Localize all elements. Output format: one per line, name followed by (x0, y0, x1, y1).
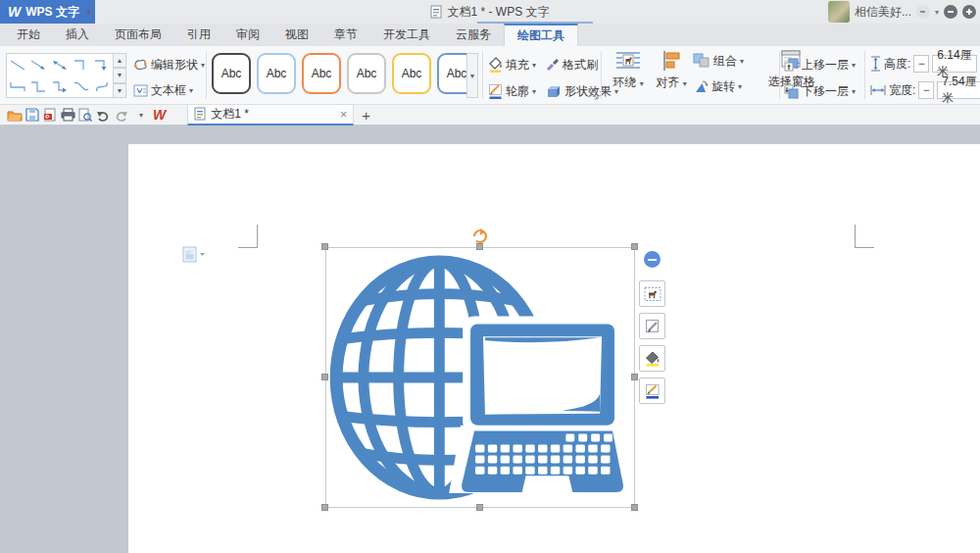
group-button[interactable]: 组合 ▾ (693, 50, 765, 72)
new-tab-button[interactable]: + (362, 107, 370, 124)
tab-references[interactable]: 引用 (174, 24, 223, 46)
chevron-down-icon[interactable]: ▾ (935, 8, 939, 17)
tab-view[interactable]: 视图 (272, 24, 321, 46)
style-preset-4[interactable]: Abc (347, 53, 386, 94)
tab-home[interactable]: 开始 (4, 24, 53, 46)
collapse-panel-button[interactable] (644, 251, 661, 268)
edit-shape-button[interactable]: 编辑形状 ▾ (133, 54, 205, 75)
titlebar-plus-icon[interactable] (962, 5, 976, 19)
send-backward-button[interactable]: 下移一层 ▾ (784, 80, 856, 102)
object-indicator-icon (182, 246, 206, 267)
resize-handle-w[interactable] (321, 374, 328, 380)
resize-handle-sw[interactable] (321, 504, 328, 511)
height-decrease-button[interactable]: − (913, 55, 929, 73)
undo-icon (96, 109, 111, 122)
tab-page-layout[interactable]: 页面布局 (102, 24, 174, 46)
shape-curve-icon[interactable] (71, 75, 92, 97)
undo-button[interactable] (94, 106, 112, 124)
fill-outline-group: 填充 ▾ 格式刷 轮廓 ▾ 形状效果 ▾ (488, 54, 618, 102)
align-icon (661, 50, 682, 72)
shape-line-icon[interactable] (7, 54, 28, 75)
title-bar: W WPS 文字 ▾ 文档1 * - WPS 文字 相信美好... ▾ (0, 0, 980, 24)
shape-zigzag-arrow-icon[interactable] (49, 75, 71, 97)
order-group: 上移一层 ▾ 下移一层 ▾ (784, 54, 856, 102)
height-icon (870, 56, 881, 72)
shape-elbow-connector-icon[interactable] (71, 54, 92, 75)
resize-handle-e[interactable] (631, 374, 638, 380)
layout-options-icon (644, 286, 662, 302)
export-pdf-button[interactable] (41, 106, 59, 124)
shape-pen-icon (645, 319, 661, 334)
toolbar-more-caret[interactable]: ▾ (139, 111, 143, 120)
format-painter-icon (546, 58, 560, 72)
globe-laptop-graphic (326, 248, 634, 507)
format-painter-button[interactable]: 格式刷 (546, 54, 598, 75)
shape-zigzag-icon[interactable] (28, 75, 50, 97)
ribbon-tab-bar: 开始 插入 页面布局 引用 审阅 视图 章节 开发工具 云服务 绘图工具 (0, 24, 980, 46)
wrap-button[interactable]: 环绕 ▾ (607, 50, 650, 91)
change-shape-button[interactable] (639, 313, 665, 339)
height-input[interactable]: 6.14厘米 (932, 55, 977, 73)
align-button[interactable]: 对齐 ▾ (650, 50, 693, 91)
shape-style-presets: Abc Abc Abc Abc Abc Abc (212, 53, 476, 94)
save-button[interactable] (24, 106, 41, 124)
resize-handle-s[interactable] (476, 504, 483, 511)
style-preset-5[interactable]: Abc (392, 53, 431, 94)
save-icon (25, 108, 39, 122)
gallery-more-button[interactable]: ▼ (114, 83, 126, 98)
avatar[interactable] (828, 1, 850, 23)
quick-access-toolbar: ▾ W 文档1 * × + (0, 105, 980, 126)
tab-insert[interactable]: 插入 (53, 24, 102, 46)
shape-double-arrow-icon[interactable] (49, 54, 71, 75)
member-badge-icon[interactable] (916, 5, 930, 19)
width-decrease-button[interactable]: − (918, 81, 934, 99)
tab-drawing-tools[interactable]: 绘图工具 (504, 24, 578, 46)
ribbon: ▲ ▼ ▼ 编辑形状 ▾ 文本框 ▾ Abc Abc Abc Abc Abc A… (0, 46, 980, 105)
print-button[interactable] (59, 106, 76, 124)
shape-s-curve-icon[interactable] (91, 75, 113, 97)
dialog-launcher-icon[interactable] (590, 91, 599, 100)
rotate-icon (693, 79, 709, 94)
resize-handle-n[interactable] (476, 243, 483, 250)
text-box-button[interactable]: 文本框 ▾ (133, 79, 205, 101)
resize-handle-ne[interactable] (631, 243, 638, 250)
fill-button[interactable]: 填充 ▾ (488, 54, 536, 75)
open-button[interactable] (6, 106, 24, 124)
gallery-scroll-down-button[interactable]: ▼ (114, 68, 126, 82)
width-icon (870, 84, 886, 96)
document-tab[interactable]: 文档1 * × (187, 105, 354, 126)
shape-gallery: ▲ ▼ ▼ (6, 53, 127, 98)
layout-options-button[interactable] (639, 280, 665, 307)
width-input[interactable]: 7.54厘米 (937, 81, 980, 99)
print-preview-button[interactable] (76, 106, 94, 124)
shape-bent-connector-icon[interactable] (7, 75, 28, 97)
outline-button[interactable]: 轮廓 ▾ (488, 80, 536, 102)
style-preset-3[interactable]: Abc (302, 53, 341, 94)
text-wrap-icon (615, 50, 641, 72)
document-tab-icon (194, 107, 206, 121)
wps-red-logo-icon: W (153, 107, 166, 123)
tab-dev-tools[interactable]: 开发工具 (370, 24, 443, 46)
preset-more-button[interactable]: ▼ (466, 53, 478, 98)
redo-button[interactable] (112, 106, 129, 124)
outline-pencil-icon (488, 83, 503, 99)
gallery-scroll-up-button[interactable]: ▲ (114, 53, 126, 68)
bring-forward-button[interactable]: 上移一层 ▾ (784, 54, 856, 75)
tab-section[interactable]: 章节 (321, 24, 370, 46)
tab-review[interactable]: 审阅 (223, 24, 272, 46)
titlebar-circle-icon[interactable] (944, 5, 957, 19)
style-preset-2[interactable]: Abc (257, 53, 296, 94)
fill-color-button[interactable] (639, 345, 665, 372)
selected-image[interactable] (325, 247, 635, 508)
close-tab-icon[interactable]: × (340, 107, 348, 122)
resize-handle-nw[interactable] (321, 243, 328, 250)
resize-handle-se[interactable] (631, 504, 638, 511)
size-group: 高度: − 6.14厘米 宽度: − 7.54厘米 (870, 53, 980, 101)
style-preset-1[interactable]: Abc (212, 53, 251, 94)
outline-color-button[interactable] (639, 377, 665, 404)
group-icon (693, 53, 710, 69)
shape-elbow-arrow-icon[interactable] (91, 54, 113, 75)
shape-arrow-icon[interactable] (28, 54, 50, 75)
tab-cloud-service[interactable]: 云服务 (443, 24, 504, 46)
rotate-button[interactable]: 旋转 ▾ (693, 75, 765, 97)
